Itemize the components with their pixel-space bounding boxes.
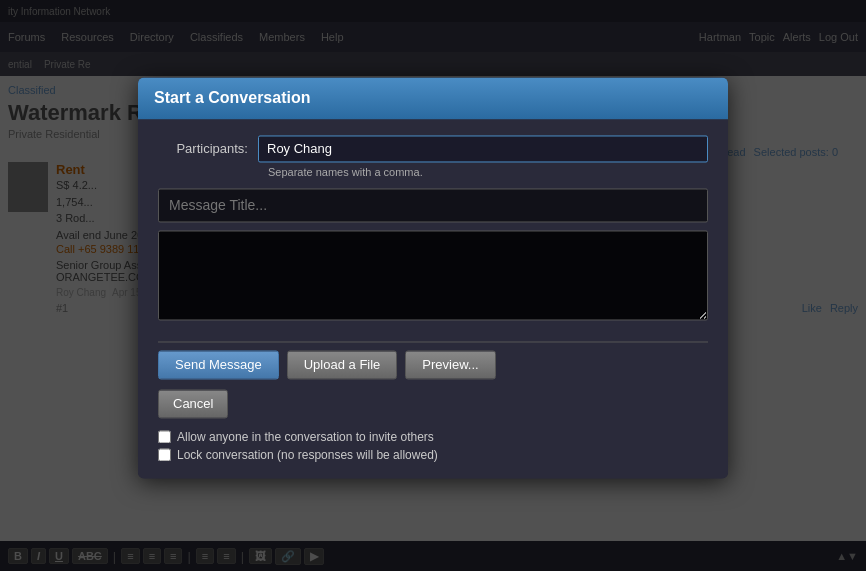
participants-input[interactable]	[258, 135, 708, 162]
cancel-button[interactable]: Cancel	[158, 389, 228, 418]
message-title-input[interactable]	[158, 188, 708, 222]
participants-label: Participants:	[158, 141, 258, 156]
dialog-buttons: Send Message Upload a File Preview...	[158, 350, 708, 379]
message-body-textarea[interactable]	[158, 230, 708, 320]
participants-hint: Separate names with a comma.	[268, 166, 708, 178]
preview-button[interactable]: Preview...	[405, 350, 495, 379]
option2-label: Lock conversation (no responses will be …	[177, 448, 438, 462]
option-row-1: Allow anyone in the conversation to invi…	[158, 430, 708, 444]
option1-label: Allow anyone in the conversation to invi…	[177, 430, 434, 444]
send-message-button[interactable]: Send Message	[158, 350, 279, 379]
allow-invite-checkbox[interactable]	[158, 430, 171, 443]
lock-convo-checkbox[interactable]	[158, 448, 171, 461]
dialog-options: Allow anyone in the conversation to invi…	[158, 430, 708, 462]
upload-file-button[interactable]: Upload a File	[287, 350, 398, 379]
start-conversation-dialog: Start a Conversation Participants: Separ…	[138, 77, 728, 478]
dialog-title: Start a Conversation	[154, 89, 310, 106]
option-row-2: Lock conversation (no responses will be …	[158, 448, 708, 462]
dialog-body: Participants: Separate names with a comm…	[138, 119, 728, 478]
dialog-header: Start a Conversation	[138, 77, 728, 119]
participants-row: Participants:	[158, 135, 708, 162]
dialog-divider	[158, 341, 708, 342]
